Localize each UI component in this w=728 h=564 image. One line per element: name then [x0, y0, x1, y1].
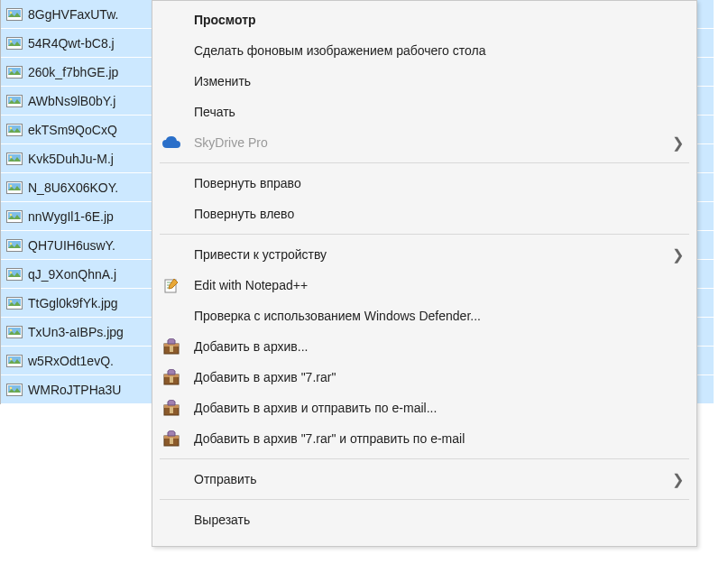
menu-item-skydrive[interactable]: SkyDrive Pro ❯: [152, 127, 696, 158]
notepad-icon: [161, 275, 181, 295]
image-file-icon: [6, 8, 23, 21]
file-name: w5RxOdt1evQ.: [28, 354, 114, 368]
image-file-icon: [6, 268, 23, 281]
separator: [160, 499, 689, 500]
svg-rect-48: [170, 376, 173, 383]
cloud-icon: [161, 133, 181, 153]
file-name: 260k_f7bhGE.jp: [28, 65, 118, 79]
svg-point-41: [10, 386, 13, 389]
winrar-icon: [161, 429, 181, 448]
menu-label: Добавить в архив "7.rar" и отправить по …: [194, 431, 465, 446]
menu-item-set-bg[interactable]: Сделать фоновым изображением рабочего ст…: [152, 35, 696, 66]
menu-label: Просмотр: [194, 13, 256, 27]
menu-item-send[interactable]: Отправить ❯: [152, 464, 696, 495]
chevron-right-icon: ❯: [672, 134, 684, 152]
menu-label: Сделать фоновым изображением рабочего ст…: [194, 43, 485, 58]
svg-point-20: [10, 184, 13, 187]
menu-label: Добавить в архив...: [194, 339, 308, 354]
svg-point-26: [10, 242, 13, 245]
image-file-icon: [6, 384, 23, 396]
svg-rect-51: [170, 407, 173, 413]
menu-item-edit[interactable]: Изменить: [152, 66, 696, 97]
image-file-icon: [6, 153, 23, 165]
svg-rect-45: [170, 346, 173, 352]
svg-point-32: [10, 300, 13, 302]
menu-label: Печать: [194, 105, 235, 119]
menu-item-print[interactable]: Печать: [152, 97, 696, 127]
separator: [160, 162, 689, 163]
menu-label: Повернуть вправо: [194, 176, 301, 190]
file-name: nnWygIl1-6E.jp: [28, 209, 114, 224]
svg-point-17: [10, 155, 13, 158]
svg-point-14: [10, 126, 13, 129]
svg-point-5: [10, 40, 13, 42]
context-menu: Просмотр Сделать фоновым изображением ра…: [152, 0, 697, 547]
image-file-icon: [6, 355, 23, 367]
menu-item-cast[interactable]: Привести к устройству ❯: [152, 239, 696, 270]
menu-item-add-archive[interactable]: Добавить в архив...: [152, 331, 696, 362]
file-name: Kvk5DuhJu-M.j: [28, 152, 114, 166]
image-file-icon: [6, 326, 23, 338]
svg-point-23: [10, 213, 13, 216]
menu-label: Проверка с использованием Windows Defend…: [194, 309, 481, 323]
menu-label: SkyDrive Pro: [194, 135, 268, 150]
menu-item-notepad[interactable]: Edit with Notepad++: [152, 270, 696, 300]
svg-point-8: [10, 69, 13, 71]
menu-label: Добавить в архив и отправить по e-mail..…: [194, 401, 437, 415]
winrar-icon: [161, 367, 181, 387]
menu-item-add-7rar[interactable]: Добавить в архив "7.rar": [152, 362, 696, 393]
menu-item-copy-partial[interactable]: К: [152, 535, 696, 542]
svg-point-35: [10, 328, 13, 331]
menu-item-defender[interactable]: Проверка с использованием Windows Defend…: [152, 300, 696, 331]
separator: [160, 234, 689, 235]
svg-rect-54: [170, 438, 173, 444]
file-name: WMRoJTPHa3U: [28, 383, 121, 397]
file-name: 8GgHVFaxUTw.: [28, 7, 118, 22]
image-file-icon: [6, 297, 23, 310]
menu-item-rotate-right[interactable]: Повернуть вправо: [152, 168, 696, 199]
menu-label: Добавить в архив "7.rar": [194, 370, 336, 384]
menu-item-rotate-left[interactable]: Повернуть влево: [152, 199, 696, 229]
image-file-icon: [6, 37, 23, 50]
menu-item-add-email[interactable]: Добавить в архив и отправить по e-mail..…: [152, 393, 696, 423]
chevron-right-icon: ❯: [672, 246, 684, 264]
image-file-icon: [6, 181, 23, 194]
menu-label: Вырезать: [194, 513, 250, 527]
svg-point-2: [10, 11, 13, 14]
menu-label: Изменить: [194, 74, 251, 88]
file-name: TtGgl0k9fYk.jpg: [28, 296, 118, 310]
menu-item-view[interactable]: Просмотр: [152, 5, 696, 35]
file-name: AWbNs9lB0bY.j: [28, 94, 115, 108]
winrar-icon: [161, 398, 181, 418]
menu-label: К: [194, 535, 201, 536]
winrar-icon: [161, 337, 181, 356]
svg-point-11: [10, 97, 13, 100]
menu-label: Привести к устройству: [194, 247, 327, 262]
menu-item-cut[interactable]: Вырезать: [152, 504, 696, 535]
file-name: QH7UIH6uswY.: [28, 238, 115, 253]
file-name: qJ_9XonQhnA.j: [28, 267, 116, 282]
separator: [160, 458, 689, 459]
chevron-right-icon: ❯: [672, 471, 684, 488]
file-name: 54R4Qwt-bC8.j: [28, 36, 115, 51]
menu-label: Повернуть влево: [194, 207, 294, 221]
image-file-icon: [6, 210, 23, 223]
svg-point-38: [10, 357, 13, 360]
file-name: ekTSm9QoCxQ: [28, 123, 117, 137]
image-file-icon: [6, 124, 23, 136]
image-file-icon: [6, 95, 23, 107]
svg-point-29: [10, 271, 13, 273]
menu-item-add-7rar-email[interactable]: Добавить в архив "7.rar" и отправить по …: [152, 423, 696, 454]
menu-label: Edit with Notepad++: [194, 278, 308, 292]
image-file-icon: [6, 66, 23, 79]
menu-label: Отправить: [194, 472, 256, 486]
image-file-icon: [6, 239, 23, 252]
file-name: N_8U6X06KOY.: [28, 180, 118, 195]
file-name: TxUn3-aIBPs.jpg: [28, 325, 124, 339]
